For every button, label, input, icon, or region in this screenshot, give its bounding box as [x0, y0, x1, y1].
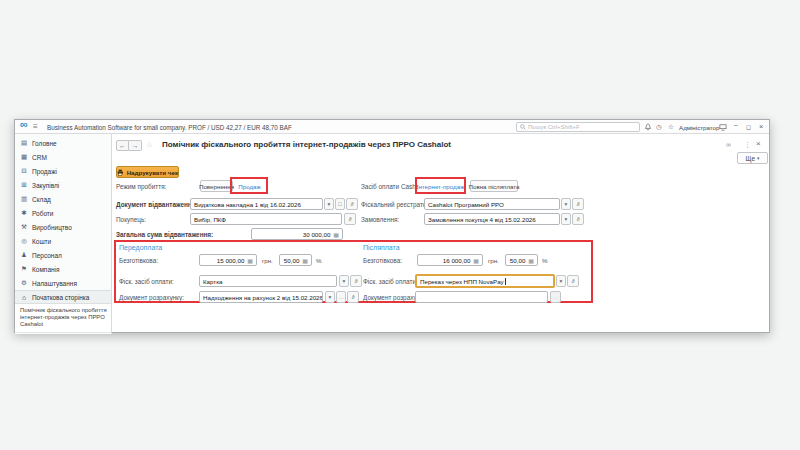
print-receipt-button[interactable]: Надрукувати чек	[116, 166, 179, 178]
sidebar-item-warehouse[interactable]: ▥Склад	[15, 192, 111, 206]
notifications-bell-icon[interactable]	[644, 123, 652, 131]
annotation-box-internet-sale	[415, 177, 466, 194]
ellipsis-icon: …	[338, 294, 344, 300]
search-placeholder: Пошук Ctrl+Shift+F	[528, 124, 580, 130]
shipment-doc-open-button[interactable]: □	[335, 198, 345, 210]
close-window-button[interactable]: ×	[759, 122, 763, 131]
open-tab-label: Помічник фіскального пробиття інтернет-п…	[20, 307, 107, 328]
buyer-value: Вибір, ПКФ	[194, 216, 226, 223]
close-form-icon[interactable]: ×	[756, 139, 761, 148]
open-tab-helper[interactable]: Помічник фіскального пробиття інтернет-п…	[15, 304, 111, 333]
sidebar-item-label: Виробництво	[32, 224, 72, 231]
fiscal-registrar-input[interactable]: Cashalot Програмний РРО	[424, 198, 560, 210]
sidebar-item-label: Роботи	[32, 210, 53, 217]
total-value: 30 000,00	[303, 231, 331, 238]
sidebar-item-label: Налаштування	[32, 280, 77, 287]
cash-method-postpaid-button[interactable]: Повна післяплата	[470, 180, 518, 192]
prepay-fiscal-value: Картка	[203, 278, 222, 285]
paperclip-icon: ∂	[577, 201, 580, 207]
prepay-doc-value: Надходження на рахунок 2 від 15.02.2026	[203, 294, 323, 301]
prepay-doc-select-button[interactable]: ▾	[325, 291, 335, 303]
prepay-fiscal-input[interactable]: Картка	[199, 275, 337, 287]
postpay-amount-input[interactable]: 16 000,00 ▦	[417, 254, 483, 266]
favorites-star-icon[interactable]: ☆	[668, 123, 674, 131]
calculator-icon[interactable]: ▦	[333, 231, 339, 238]
start-page-item[interactable]: ⌂ Початкова сторінка	[15, 290, 111, 304]
shipment-doc-input[interactable]: Видаткова накладна 1 від 16.02.2026	[190, 198, 323, 210]
sidebar-item-crm[interactable]: ▦CRM	[15, 150, 111, 164]
postpay-cashless-label: Безготівкова:	[363, 257, 402, 264]
minimize-button[interactable]: –	[734, 121, 738, 128]
display-settings-icon[interactable]	[719, 124, 727, 131]
sidebar-item-works[interactable]: ✱Роботи	[15, 206, 111, 220]
sidebar-item-staff[interactable]: ♟Персонал	[15, 248, 111, 262]
order-attach-button[interactable]: ∂	[572, 213, 584, 225]
paperclip-icon: ∂	[572, 278, 575, 284]
prepay-amount-input[interactable]: 15 000,00 ▦	[199, 254, 257, 266]
buyer-attach-button[interactable]: ∂	[344, 213, 356, 225]
order-select-button[interactable]: ▾	[561, 213, 571, 225]
sidebar-item-label: Склад	[32, 196, 51, 203]
paperclip-icon: ∂	[349, 216, 352, 222]
sidebar-item-sales[interactable]: ⊟Продажі	[15, 164, 111, 178]
postpay-fiscal-value: Переказ через НПП NovaPay	[420, 278, 504, 285]
prepay-fiscal-attach-button[interactable]: ∂	[350, 275, 362, 287]
settings-gear-icon: ⚙	[20, 279, 28, 287]
shipment-doc-attach-button[interactable]: ∂	[346, 198, 358, 210]
fiscal-registrar-select-button[interactable]: ▾	[561, 198, 571, 210]
sidebar-item-label: Компанія	[32, 266, 60, 273]
dropdown-icon: ▾	[328, 201, 331, 207]
global-search-input[interactable]: Пошук Ctrl+Shift+F	[516, 122, 640, 132]
prepay-doc-input[interactable]: Надходження на рахунок 2 від 15.02.2026	[199, 291, 323, 303]
shipment-doc-select-button[interactable]: ▾	[324, 198, 334, 210]
sidebar-item-production[interactable]: ⚒Виробництво	[15, 220, 111, 234]
calculator-icon[interactable]: ▦	[247, 257, 253, 264]
back-button[interactable]: ←	[116, 140, 129, 151]
prepay-percent-input[interactable]: 50,00 ▦	[279, 254, 312, 266]
sidebar-item-funds[interactable]: ◎Кошти	[15, 234, 111, 248]
prepay-doc-more-button[interactable]: …	[336, 291, 346, 303]
current-user[interactable]: Адміністратор	[679, 124, 719, 131]
sidebar-item-company[interactable]: ⚑Компанія	[15, 262, 111, 276]
form-menu-icon[interactable]: ⋮	[744, 141, 751, 149]
calculator-icon[interactable]: ▦	[473, 257, 479, 264]
prepay-doc-label: Документ розрахунку:	[119, 294, 184, 301]
history-icon[interactable]: ◷	[656, 123, 662, 131]
shipment-doc-value: Видаткова накладна 1 від 16.02.2026	[194, 201, 301, 208]
mode-return-button[interactable]: Повернення	[200, 180, 233, 192]
crm-icon: ▦	[20, 153, 28, 161]
postpay-doc-more-button[interactable]: …	[550, 291, 561, 303]
maximize-button[interactable]: ◻	[746, 123, 751, 130]
sidebar-item-settings[interactable]: ⚙Налаштування	[15, 276, 111, 290]
paperclip-icon: ∂	[355, 278, 358, 284]
fiscal-registrar-attach-button[interactable]: ∂	[572, 198, 584, 210]
sidebar-item-home[interactable]: ▤Головне	[15, 136, 111, 150]
postpay-doc-input[interactable]	[415, 291, 548, 303]
postpay-currency: грн.	[488, 257, 499, 264]
get-link-icon[interactable]: ∞	[726, 141, 731, 148]
nav-buttons: ← →	[116, 140, 142, 151]
calculator-icon[interactable]: ▦	[302, 257, 308, 264]
prepay-doc-attach-button[interactable]: ∂	[347, 291, 359, 303]
app-window: ∞ ≡ Business Automation Software for sma…	[14, 119, 770, 333]
buyer-input[interactable]: Вибір, ПКФ	[190, 213, 342, 225]
postpay-fiscal-input[interactable]: Переказ через НПП NovaPay	[415, 274, 555, 288]
more-button[interactable]: Ще ▾	[737, 152, 768, 164]
postpay-percent-sign: %	[542, 257, 548, 264]
dropdown-icon: ▾	[329, 294, 332, 300]
calculator-icon[interactable]: ▦	[528, 257, 534, 264]
main-menu-icon[interactable]: ≡	[33, 122, 38, 131]
favorite-star-icon[interactable]: ☆	[146, 140, 153, 149]
bas-logo-icon: ∞	[20, 118, 28, 130]
forward-button[interactable]: →	[129, 140, 142, 151]
postpay-fiscal-attach-button[interactable]: ∂	[567, 275, 579, 287]
postpay-fiscal-select-button[interactable]: ▾	[556, 275, 566, 287]
start-page-label: Початкова сторінка	[32, 294, 89, 301]
page-title: Помічник фіскального пробиття інтернет-п…	[162, 140, 451, 149]
total-input[interactable]: 30 000,00 ▦	[251, 228, 343, 240]
postpay-percent-input[interactable]: 50,00 ▦	[505, 254, 538, 266]
order-input[interactable]: Замовлення покупця 4 від 15.02.2026	[424, 213, 560, 225]
sidebar-item-purchases[interactable]: ⊞Закупівлі	[15, 178, 111, 192]
prepay-fiscal-select-button[interactable]: ▾	[339, 275, 349, 287]
mode-label: Режим пробиття:	[116, 183, 166, 190]
